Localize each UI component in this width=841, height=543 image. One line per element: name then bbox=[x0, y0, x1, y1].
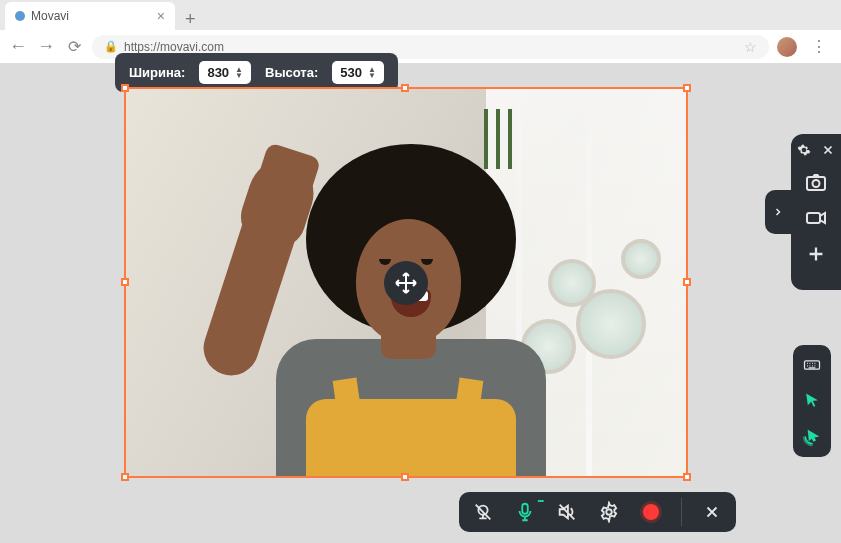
forward-button[interactable]: → bbox=[36, 36, 56, 57]
url-text: https://movavi.com bbox=[124, 40, 224, 54]
new-tab-button[interactable]: + bbox=[175, 9, 206, 30]
browser-menu-icon[interactable]: ⋮ bbox=[805, 37, 833, 56]
resize-handle-bm[interactable] bbox=[401, 473, 409, 481]
svg-rect-5 bbox=[522, 504, 528, 514]
height-label: Высота: bbox=[265, 65, 318, 80]
mic-toggle-icon[interactable]: ••• bbox=[511, 498, 539, 526]
reload-button[interactable]: ⟳ bbox=[64, 37, 84, 56]
side-panel bbox=[791, 134, 841, 290]
back-button[interactable]: ← bbox=[8, 36, 28, 57]
recording-toolbar: ••• bbox=[459, 492, 736, 532]
resize-handle-br[interactable] bbox=[683, 473, 691, 481]
svg-rect-0 bbox=[807, 177, 825, 190]
height-value: 530 bbox=[340, 65, 362, 80]
browser-tab[interactable]: Movavi × bbox=[5, 2, 175, 30]
width-stepper[interactable]: ▲▼ bbox=[235, 67, 243, 79]
close-icon[interactable] bbox=[820, 142, 836, 158]
click-ripple-icon[interactable] bbox=[800, 425, 824, 449]
close-toolbar-icon[interactable] bbox=[698, 498, 726, 526]
resize-handle-mr[interactable] bbox=[683, 278, 691, 286]
height-input[interactable]: 530 ▲▼ bbox=[332, 61, 384, 84]
system-audio-toggle-icon[interactable] bbox=[553, 498, 581, 526]
toolbar-separator bbox=[681, 498, 682, 526]
recording-settings-icon[interactable] bbox=[595, 498, 623, 526]
width-value: 830 bbox=[207, 65, 229, 80]
resize-handle-bl[interactable] bbox=[121, 473, 129, 481]
camera-icon[interactable] bbox=[800, 166, 832, 198]
svg-point-6 bbox=[606, 509, 612, 515]
record-button[interactable] bbox=[637, 498, 665, 526]
svg-rect-2 bbox=[807, 213, 820, 223]
side-panel-expand[interactable] bbox=[765, 190, 791, 234]
resize-handle-tm[interactable] bbox=[401, 84, 409, 92]
resize-handle-ml[interactable] bbox=[121, 278, 129, 286]
add-icon[interactable] bbox=[800, 238, 832, 270]
favicon bbox=[15, 11, 25, 21]
tab-bar: Movavi × + bbox=[0, 0, 841, 30]
mic-level-indicator: ••• bbox=[538, 496, 543, 505]
settings-icon[interactable] bbox=[796, 142, 812, 158]
move-handle[interactable] bbox=[384, 261, 428, 305]
width-label: Ширина: bbox=[129, 65, 185, 80]
effects-panel bbox=[793, 345, 831, 457]
bookmark-icon[interactable]: ☆ bbox=[744, 39, 757, 55]
height-stepper[interactable]: ▲▼ bbox=[368, 67, 376, 79]
width-input[interactable]: 830 ▲▼ bbox=[199, 61, 251, 84]
tab-title: Movavi bbox=[31, 9, 69, 23]
cursor-highlight-icon[interactable] bbox=[800, 389, 824, 413]
svg-point-4 bbox=[478, 506, 487, 515]
video-icon[interactable] bbox=[800, 202, 832, 234]
capture-frame[interactable] bbox=[124, 87, 688, 478]
resize-handle-tr[interactable] bbox=[683, 84, 691, 92]
lock-icon: 🔒 bbox=[104, 40, 118, 53]
webcam-toggle-icon[interactable] bbox=[469, 498, 497, 526]
profile-avatar[interactable] bbox=[777, 37, 797, 57]
tab-close-icon[interactable]: × bbox=[157, 8, 165, 24]
resize-handle-tl[interactable] bbox=[121, 84, 129, 92]
keyboard-icon[interactable] bbox=[800, 353, 824, 377]
svg-point-1 bbox=[813, 180, 820, 187]
